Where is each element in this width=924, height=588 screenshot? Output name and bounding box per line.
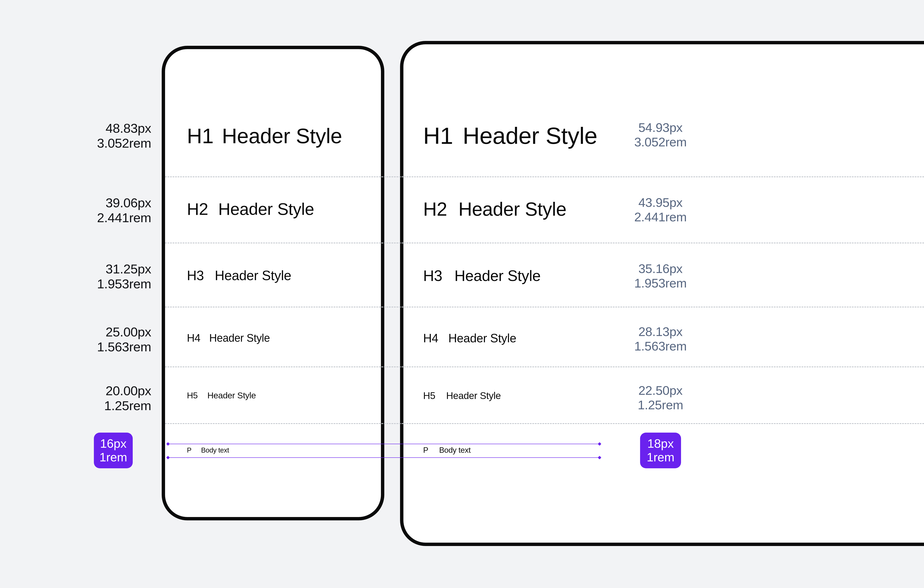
body-rail-top: [168, 444, 599, 444]
tablet-h5-px: 22.50px: [627, 383, 694, 398]
p-tag: P: [423, 446, 428, 455]
phone-sample-h4: H4 Header Style: [187, 332, 270, 344]
tablet-h3-rem: 1.953rem: [627, 276, 694, 291]
mobile-h1-px: 48.83px: [0, 121, 151, 135]
h4-label: Header Style: [448, 331, 516, 345]
tablet-sample-h2: H2 Header Style: [423, 198, 566, 220]
h1-label: Header Style: [463, 122, 597, 149]
tablet-sample-p: P Body text: [423, 446, 470, 455]
mobile-h5-rem: 1.25rem: [0, 398, 151, 413]
tablet-h2-rem: 2.441rem: [627, 210, 694, 224]
typography-scale-diagram: 48.83px 3.052rem H1 Header Style H1 Head…: [0, 0, 924, 588]
base-tablet-rem: 1rem: [647, 451, 674, 464]
tablet-metric-h1: 54.93px 3.052rem: [627, 121, 694, 149]
mobile-h3-rem: 1.953rem: [0, 276, 151, 291]
h2-tag: H2: [423, 198, 447, 220]
h4-label: Header Style: [209, 332, 270, 344]
tablet-h4-rem: 1.563rem: [627, 339, 694, 353]
h2-tag: H2: [187, 200, 208, 219]
base-mobile-px: 16px: [100, 437, 127, 451]
tablet-h5-rem: 1.25rem: [627, 398, 694, 412]
mobile-h2-rem: 2.441rem: [0, 210, 151, 225]
base-badge-mobile: 16px 1rem: [94, 433, 133, 468]
tablet-h2-px: 43.95px: [627, 195, 694, 210]
tablet-sample-h1: H1 Header Style: [423, 122, 597, 149]
h3-label: Header Style: [215, 268, 291, 283]
mobile-metric-h3: 31.25px 1.953rem: [0, 261, 151, 291]
base-tablet-px: 18px: [647, 437, 674, 451]
tablet-frame: [400, 41, 924, 546]
divider-h1: [165, 177, 924, 177]
mobile-h4-px: 25.00px: [0, 324, 151, 339]
divider-h2: [165, 243, 924, 243]
tablet-sample-h5: H5 Header Style: [423, 390, 501, 401]
base-mobile-rem: 1rem: [99, 451, 127, 464]
tablet-h3-px: 35.16px: [627, 261, 694, 276]
h1-label: Header Style: [222, 124, 342, 148]
tablet-h4-px: 28.13px: [627, 324, 694, 339]
divider-h3: [165, 307, 924, 307]
h1-tag: H1: [423, 122, 453, 149]
tablet-metric-h3: 35.16px 1.953rem: [627, 261, 694, 291]
tablet-metric-h2: 43.95px 2.441rem: [627, 195, 694, 224]
mobile-h3-px: 31.25px: [0, 261, 151, 276]
mobile-metric-h5: 20.00px 1.25rem: [0, 383, 151, 413]
tablet-sample-h3: H3 Header Style: [423, 267, 541, 284]
mobile-metric-h4: 25.00px 1.563rem: [0, 324, 151, 355]
mobile-metric-h2: 39.06px 2.441rem: [0, 195, 151, 225]
divider-h5: [165, 423, 924, 424]
mobile-h2-px: 39.06px: [0, 195, 151, 210]
body-rail-bottom: [168, 458, 599, 458]
h3-tag: H3: [423, 267, 442, 284]
h4-tag: H4: [423, 331, 438, 345]
phone-sample-h2: H2 Header Style: [187, 200, 314, 219]
p-tag: P: [187, 446, 191, 454]
h1-tag: H1: [187, 124, 214, 148]
phone-sample-h3: H3 Header Style: [187, 268, 291, 283]
tablet-metric-h5: 22.50px 1.25rem: [627, 383, 694, 412]
h3-label: Header Style: [454, 267, 541, 284]
tablet-metric-h4: 28.13px 1.563rem: [627, 324, 694, 353]
h2-label: Header Style: [218, 200, 314, 219]
phone-sample-h1: H1 Header Style: [187, 124, 342, 148]
mobile-h4-rem: 1.563rem: [0, 339, 151, 354]
tablet-h1-px: 54.93px: [627, 121, 694, 135]
h2-label: Header Style: [459, 198, 566, 220]
h3-tag: H3: [187, 268, 204, 283]
base-badge-tablet: 18px 1rem: [640, 433, 681, 468]
tablet-h1-rem: 3.052rem: [627, 135, 694, 149]
p-label: Body text: [439, 446, 470, 455]
mobile-metric-h1: 48.83px 3.052rem: [0, 121, 151, 151]
h5-label: Header Style: [207, 391, 256, 400]
mobile-h1-rem: 3.052rem: [0, 135, 151, 150]
divider-h4: [165, 367, 924, 367]
h4-tag: H4: [187, 332, 200, 344]
mobile-h5-px: 20.00px: [0, 383, 151, 398]
phone-sample-p: P Body text: [187, 446, 229, 454]
p-label: Body text: [201, 446, 229, 454]
phone-sample-h5: H5 Header Style: [187, 391, 256, 400]
tablet-sample-h4: H4 Header Style: [423, 331, 516, 345]
h5-tag: H5: [187, 391, 198, 400]
h5-label: Header Style: [446, 390, 501, 401]
h5-tag: H5: [423, 390, 435, 401]
